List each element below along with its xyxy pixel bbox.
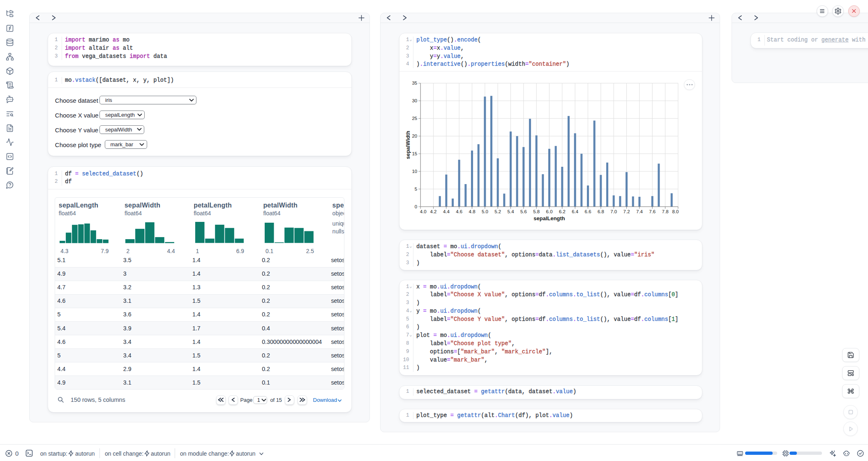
svg-text:10: 10: [412, 169, 417, 174]
svg-text:4.0: 4.0: [420, 209, 427, 214]
svg-text:4.6: 4.6: [456, 209, 462, 214]
svg-text:5.0: 5.0: [482, 209, 488, 214]
svg-text:5: 5: [415, 187, 417, 191]
svg-text:6.0: 6.0: [546, 209, 553, 214]
svg-text:6.8: 6.8: [598, 209, 604, 214]
svg-text:5.8: 5.8: [533, 209, 540, 214]
svg-text:sepalLength: sepalLength: [533, 215, 565, 221]
svg-text:4.8: 4.8: [469, 209, 476, 214]
svg-text:7.0: 7.0: [610, 209, 617, 214]
svg-text:25: 25: [412, 116, 417, 121]
svg-text:5.4: 5.4: [508, 209, 515, 214]
svg-text:8.0: 8.0: [672, 209, 679, 214]
svg-text:4.4: 4.4: [443, 209, 450, 214]
svg-text:0: 0: [415, 204, 417, 209]
svg-text:7.6: 7.6: [649, 209, 656, 214]
svg-text:35: 35: [412, 81, 417, 85]
svg-text:7.8: 7.8: [662, 209, 669, 214]
svg-text:20: 20: [412, 134, 417, 138]
svg-text:7.4: 7.4: [636, 209, 643, 214]
svg-text:5.2: 5.2: [494, 209, 501, 214]
svg-text:sepalWidth: sepalWidth: [405, 131, 411, 159]
svg-text:30: 30: [412, 98, 417, 103]
svg-text:15: 15: [412, 151, 417, 156]
svg-text:6.2: 6.2: [559, 209, 566, 214]
svg-text:7.2: 7.2: [623, 209, 630, 214]
svg-text:6.6: 6.6: [585, 209, 591, 214]
svg-text:4.2: 4.2: [430, 209, 437, 214]
svg-text:6.4: 6.4: [572, 209, 579, 214]
svg-text:5.6: 5.6: [520, 209, 527, 214]
